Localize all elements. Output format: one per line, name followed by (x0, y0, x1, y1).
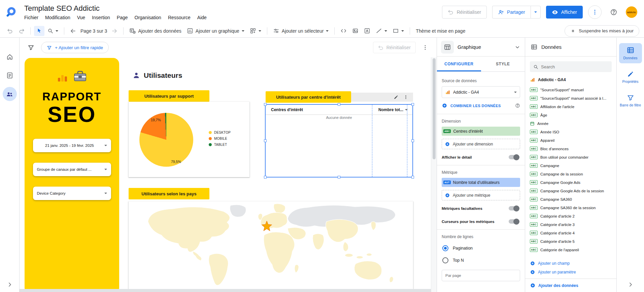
field-item[interactable]: ABCBloc d'annonces (525, 144, 616, 153)
menu-organisation[interactable]: Organisation (131, 14, 165, 21)
tab-style[interactable]: STYLE (481, 57, 525, 71)
more-options-button[interactable] (588, 5, 602, 19)
field-item[interactable]: ABCCatégorie d'article 4 (525, 229, 616, 237)
report-cover-card[interactable]: RAPPORT SEO 21 janv. 2025 - 19 févr. 202… (25, 58, 119, 289)
filter-bar-more-button[interactable] (422, 44, 429, 51)
add-metric-button[interactable]: Ajouter une métrique (442, 190, 520, 200)
report-page[interactable]: RAPPORT SEO 21 janv. 2025 - 19 févr. 202… (20, 57, 431, 289)
search-input[interactable] (541, 64, 608, 69)
chart-users-by-device[interactable]: Utilisateurs par support 19,7% 79,5% DES… (129, 90, 249, 177)
image-tool-button[interactable] (350, 26, 361, 36)
field-item[interactable]: ABC"Source/Support" manuel associé à l..… (525, 94, 616, 102)
field-item[interactable]: ABCCampagne de la session (525, 170, 616, 178)
resize-handle[interactable] (264, 103, 267, 106)
menu-ressource[interactable]: Ressource (165, 14, 194, 21)
resize-handle[interactable] (338, 176, 340, 179)
resize-handle[interactable] (264, 176, 267, 179)
chart-users-by-interest[interactable]: Utilisateurs par centre d'intérêt Ce (265, 91, 413, 177)
add-field-button[interactable]: Ajouter un champ (525, 259, 616, 268)
chart-more-icon[interactable] (403, 94, 409, 100)
metric-chip[interactable]: AUT Nombre total d'utilisateurs (442, 178, 520, 187)
field-item[interactable]: ABCCampagne Google Ads (525, 178, 616, 187)
help-button[interactable] (607, 5, 620, 19)
canvas-scroll-region[interactable]: RAPPORT SEO 21 janv. 2025 - 19 févr. 202… (20, 57, 437, 292)
collapse-rail-chevron[interactable] (6, 281, 13, 288)
avatar[interactable]: addictic (626, 6, 637, 18)
field-item[interactable]: ABCCatégorie d'article 5 (525, 237, 616, 246)
reports-nav-button[interactable] (3, 68, 17, 83)
sharing-nav-button[interactable] (3, 87, 17, 101)
looker-studio-logo[interactable] (5, 6, 18, 19)
field-item[interactable]: ABCCatégorie d'article 2 (525, 212, 616, 220)
tab-configure[interactable]: CONFIGURER (437, 57, 481, 71)
field-item[interactable]: ABCÂge (525, 111, 616, 119)
data-panel-source[interactable]: Addictic - GA4 (525, 74, 616, 85)
resize-handle[interactable] (411, 176, 414, 179)
page-previous-button[interactable] (68, 26, 78, 36)
pagination-option[interactable]: Pagination (442, 242, 520, 254)
data-source-selector[interactable]: Addictic - GA4 (442, 86, 520, 98)
blend-help-icon[interactable] (515, 103, 520, 108)
blend-data-button[interactable]: COMBINER LES DONNÉES (442, 98, 520, 112)
field-item[interactable]: ABCAnnée ISO (525, 128, 616, 136)
undo-button[interactable] (5, 26, 15, 36)
selected-table-chart[interactable]: Centres d'intérêt Nombre tot... Aucune d… (265, 104, 413, 177)
field-item[interactable]: ABCCampagne (525, 161, 616, 170)
date-range-control[interactable]: 21 janv. 2025 - 19 févr. 2025 (33, 139, 111, 152)
add-data-footer-button[interactable]: Ajouter des données (525, 279, 616, 292)
home-nav-button[interactable] (3, 50, 17, 64)
add-selector-button[interactable]: Ajouter un sélecteur (271, 26, 331, 36)
reset-button[interactable]: Réinitialiser (442, 6, 487, 19)
add-quick-filter-chip[interactable]: + Ajouter un filtre rapide (41, 42, 109, 53)
field-item[interactable]: ABCCampagne SA360 (525, 195, 616, 203)
field-item[interactable]: Année (525, 119, 616, 128)
menu-vue[interactable]: Vue (74, 14, 89, 21)
table-column-dimension[interactable]: Centres d'intérêt (271, 107, 303, 112)
resize-handle[interactable] (264, 139, 267, 142)
report-title[interactable]: Template SEO Addictic (21, 3, 210, 14)
zoom-tool-button[interactable] (45, 26, 61, 36)
optional-metrics-toggle[interactable] (509, 206, 519, 210)
canvas-reset-button[interactable]: Réinitialiser (373, 42, 416, 53)
filter-funnel-icon[interactable] (28, 44, 34, 51)
menu-page[interactable]: Page (113, 14, 131, 21)
edit-pencil-icon[interactable] (393, 94, 399, 100)
table-column-metric[interactable]: Nombre tot... (378, 107, 408, 112)
device-category-control[interactable]: Device Category (33, 187, 111, 200)
add-parameter-button[interactable]: Ajouter un paramètre (525, 268, 616, 277)
add-chart-button[interactable]: Ajouter un graphique (184, 26, 247, 36)
embed-tool-button[interactable] (338, 26, 349, 36)
menu-fichier[interactable]: Fichier (21, 14, 42, 21)
page-indicator[interactable]: Page 3 sur 3 (79, 28, 108, 34)
share-button[interactable]: Partager (492, 6, 531, 19)
field-item[interactable]: ABCBon utilisé pour commander (525, 153, 616, 161)
text-tool-button[interactable] (362, 26, 373, 36)
resize-handle[interactable] (338, 103, 340, 106)
collapse-panel-chevron[interactable] (514, 44, 521, 51)
per-page-field[interactable]: Par page (442, 270, 520, 281)
share-dropdown-button[interactable] (531, 6, 541, 19)
resize-handle[interactable] (411, 103, 414, 106)
field-item[interactable]: ABCAppareil (525, 136, 616, 144)
redo-button[interactable] (16, 26, 27, 36)
metric-sliders-toggle[interactable] (509, 219, 519, 224)
field-item[interactable]: ABCCampagne SA360 de la session (525, 203, 616, 212)
view-button[interactable]: Afficher (546, 6, 583, 19)
resize-handle[interactable] (411, 139, 414, 142)
rail-filter-bar-button[interactable]: Barre de filtre (619, 91, 642, 110)
pie-chart[interactable] (139, 113, 193, 167)
field-item[interactable]: ABCCatégorie d'article 3 (525, 220, 616, 229)
field-item[interactable]: ABCCampagne Google Ads de la session (525, 187, 616, 195)
field-item[interactable]: ABCAffiliation de l'article (525, 102, 616, 111)
field-item[interactable]: ABCCatégorie de l'appareil (525, 246, 616, 254)
dimension-chip[interactable]: ABC Centres d'intérêt (442, 127, 520, 136)
scrollbar-thumb[interactable] (433, 58, 436, 159)
top-n-option[interactable]: Top N (442, 254, 520, 266)
drill-down-toggle[interactable] (509, 155, 519, 159)
pause-updates-button[interactable]: Suspendre les mises à jour (565, 25, 639, 37)
collapse-right-rail-chevron[interactable] (627, 281, 634, 288)
add-dimension-button[interactable]: Ajouter une dimension (442, 139, 520, 149)
rail-data-button[interactable]: Données (619, 43, 642, 63)
menu-insertion[interactable]: Insertion (89, 14, 113, 21)
menu-modification[interactable]: Modification (42, 14, 74, 21)
